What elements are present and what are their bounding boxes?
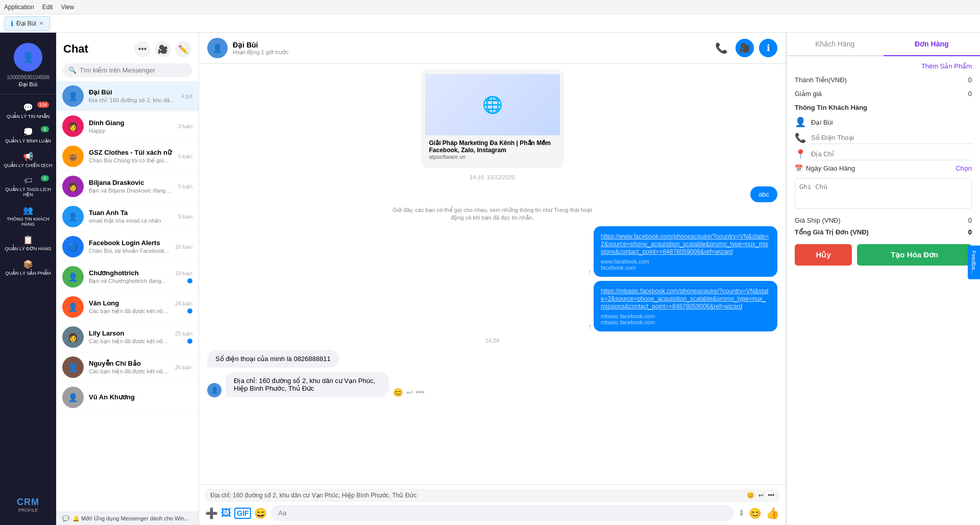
user-id: 100009830104598 <box>7 75 49 80</box>
menu-edit[interactable]: Edit <box>42 4 53 11</box>
gif-icon[interactable]: GIF <box>234 508 251 519</box>
reply-more-icon[interactable]: ••• <box>768 492 774 499</box>
chat-list-item[interactable]: 👩 Dinh Giang Happy 3 tuần <box>56 111 199 141</box>
chat-list-item[interactable]: 👤 Văn Long Các bạn hiện đã được kết nố..… <box>56 292 199 322</box>
video-call-button[interactable]: 🎥 <box>155 41 171 57</box>
sidebar-item-tin-nhan[interactable]: 💬 QUẢN LÝ TIN NHẮN 104 <box>0 99 56 123</box>
order-icon: 📋 <box>23 235 33 245</box>
compose-button[interactable]: ✏️ <box>175 41 191 57</box>
input-toolbar: ➕ 🖼 GIF 😄 <box>205 507 267 519</box>
chat-item-time: 5 tuần <box>178 214 192 220</box>
new-message-bar[interactable]: 💬 🔔 Mới! Ứng dụng Messenger dành cho Win… <box>56 512 199 525</box>
chat-list-item[interactable]: 👩 Biljana Draskovic Bạn và Biljana Drask… <box>56 172 199 202</box>
chat-list-item[interactable]: 👤 Vũ An Khương <box>56 383 199 413</box>
menu-application[interactable]: Application <box>4 4 34 11</box>
link-preview-image: 🌐 <box>425 74 560 135</box>
msg-row-abc: abc <box>207 186 777 202</box>
unread-indicator <box>187 339 192 344</box>
link-preview-content: Giải Pháp Marketing Đa Kênh | Phần Mềm F… <box>425 135 560 164</box>
chat-item-preview: Các bạn hiện đã được kết nố... <box>89 368 170 375</box>
link-url-2[interactable]: https://mbasic.facebook.com/phoneacquire… <box>601 288 769 310</box>
thong-tin-section: Thông Tin Khách Hàng <box>795 104 972 111</box>
share-icon-2[interactable]: ↑ <box>587 322 592 331</box>
chat-item-time: 5 tuần <box>178 184 192 189</box>
sidebar-item-san-pham[interactable]: 📦 QUẢN LÝ SẢN PHẨM <box>0 255 56 280</box>
contact-avatar: 👤 <box>207 38 228 58</box>
chat-list: 👤 Đại Bùi Địa chỉ: 160 đường số 2, khu d… <box>56 81 199 512</box>
emoji-button[interactable]: 😊 <box>749 507 762 519</box>
note-textarea[interactable] <box>795 178 972 209</box>
total-row: Tổng Giá Trị Đơn (VNĐ) 0 <box>795 228 972 236</box>
chat-list-item[interactable]: 👜 GSZ Clothes - Túi xách nữ Chào Bùi Chú… <box>56 141 199 172</box>
customer-icon: 👤 <box>795 116 806 128</box>
sidebar-item-don-hang[interactable]: 📋 QUẢN LÝ ĐƠN HÀNG <box>0 231 56 255</box>
sidebar-item-binh-luan[interactable]: 💭 QUẢN LÝ BÌNH LUẬN 0 <box>0 123 56 148</box>
chat-item-time: 16 tuần <box>175 244 192 250</box>
msg-row-link2: ↑ https://mbasic.facebook.com/phoneacqui… <box>207 281 777 331</box>
contact-info: Đại Bùi Hoạt động 1 giờ trước <box>233 41 707 56</box>
feedback-tab[interactable]: Feedba... <box>968 246 980 279</box>
link-url-1[interactable]: https://www.facebook.com/phoneacquire/?c… <box>601 233 769 255</box>
chat-list-item[interactable]: 👤 Tuan Anh Ta email thật nha email cá nh… <box>56 202 199 232</box>
cancel-button[interactable]: Hủy <box>795 244 852 266</box>
chat-item-name: Vũ An Khương <box>89 393 187 401</box>
chat-list-item[interactable]: 👤 Nguyễn Chí Bảo Các bạn hiện đã được kế… <box>56 352 199 383</box>
timestamp-2: 14:28 <box>207 336 777 346</box>
phone-field[interactable] <box>811 132 972 144</box>
sidebar-item-khach-hang[interactable]: 👥 THÔNG TIN KHÁCH HÀNG <box>0 201 56 231</box>
phone-icon: 📞 <box>795 132 806 144</box>
nav-label-binh-luan: QUẢN LÝ BÌNH LUẬN <box>5 138 51 144</box>
nav-label-don-hang: QUẢN LÝ ĐƠN HÀNG <box>5 246 52 251</box>
chat-list-item[interactable]: 👩 Lily Larson Các bạn hiện đã được kết n… <box>56 322 199 352</box>
avatar: 👤 <box>14 43 42 71</box>
more-options-button[interactable]: ••• <box>134 41 151 57</box>
giam-gia-row: Giảm giá 0 <box>795 90 972 98</box>
reply-icon[interactable]: ↩ <box>406 388 413 397</box>
sidebar-item-chien-dich[interactable]: 📢 QUẢN LÝ CHIẾN DỊCH <box>0 148 56 172</box>
more-msg-icon[interactable]: ••• <box>416 388 425 397</box>
image-icon[interactable]: 🖼 <box>221 507 231 519</box>
scroll-down-icon[interactable]: ⬇ <box>738 508 745 518</box>
right-panel: Khách Hàng Đơn Hàng Thêm Sản Phẩm Thành … <box>786 33 980 525</box>
phone-call-button[interactable]: 📞 <box>712 39 730 57</box>
contact-name: Đại Bùi <box>233 41 707 49</box>
msg-bubble-phone: Số điện thoại của mình là 0826888811 <box>207 350 339 368</box>
chat-item-meta: 5 tuần <box>178 214 192 220</box>
share-icon-1[interactable]: ↑ <box>587 268 592 277</box>
chat-item-meta: 16 tuần <box>175 244 192 250</box>
tab-dai-bui[interactable]: ℹ Đại Bùi × <box>4 16 50 31</box>
tab-close-button[interactable]: × <box>39 19 43 27</box>
menu-view[interactable]: View <box>61 4 74 11</box>
plus-icon[interactable]: ➕ <box>205 507 218 519</box>
chon-date-button[interactable]: Chọn <box>955 164 972 172</box>
send-icons: ⬇ 😊 👍 <box>738 507 779 520</box>
add-product-link[interactable]: Thêm Sản Phẩm <box>795 62 972 70</box>
video-call-button[interactable]: 🎥 <box>736 39 754 57</box>
chat-item-name: Nguyễn Chí Bảo <box>89 360 170 367</box>
sticker-icon[interactable]: 😄 <box>254 507 267 519</box>
messages-area: 🌐 Giải Pháp Marketing Đa Kênh | Phần Mềm… <box>199 64 786 484</box>
chat-list-item[interactable]: 👤 Đại Bùi Địa chỉ: 160 đường số 2, khu d… <box>56 81 199 111</box>
sidebar-item-tags-lich[interactable]: 🏷 QUẢN LÝ TAGS-LỊCH HẸN 0 <box>0 172 56 201</box>
tab-khach-hang[interactable]: Khách Hàng <box>787 33 884 55</box>
reply-emoji-icon[interactable]: 😊 <box>747 492 754 499</box>
tab-don-hang[interactable]: Đơn Hàng <box>884 33 981 56</box>
emoji-react-icon[interactable]: 😊 <box>393 388 403 397</box>
address-field[interactable] <box>811 148 972 160</box>
search-input[interactable] <box>80 66 186 74</box>
chat-item-preview: Các bạn hiện đã được kết nố... <box>89 338 170 345</box>
like-button[interactable]: 👍 <box>766 507 779 520</box>
tags-badge: 0 <box>41 175 49 181</box>
chat-input-area: Địa chỉ: 160 đường số 2, khu dân cư Vạn … <box>199 484 786 525</box>
reply-action-icon[interactable]: ↩ <box>758 492 764 499</box>
date-label: 📅 Ngày Giao Hàng <box>795 164 951 172</box>
chat-item-preview: Chào Bùi Chúng tôi có thể giú... <box>89 157 173 164</box>
create-order-button[interactable]: Tạo Hóa Đơn <box>857 244 972 266</box>
chat-list-item[interactable]: 🔵 Facebook Login Alerts Chào Bùi, tài kh… <box>56 232 199 262</box>
info-button[interactable]: ℹ <box>759 39 777 57</box>
message-input[interactable] <box>271 505 734 521</box>
chat-list-item[interactable]: 👤 Chươnghottrich Bạn và Chươnghottrich đ… <box>56 262 199 292</box>
chat-item-name: GSZ Clothes - Túi xách nữ <box>89 149 173 156</box>
chat-title: Chat <box>63 42 130 56</box>
chat-item-avatar: 👤 <box>62 356 84 378</box>
